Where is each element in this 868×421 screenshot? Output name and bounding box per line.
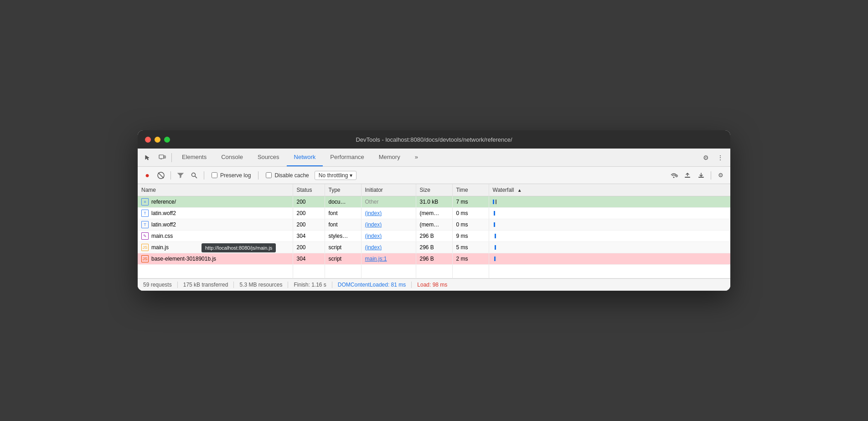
tab-more[interactable]: »: [408, 149, 425, 166]
settings-icon[interactable]: ⚙: [699, 151, 712, 164]
net-divider-1: [170, 171, 171, 180]
finish-time: Finish: 1.16 s: [288, 282, 332, 288]
name-cell[interactable]: JSmain.jshttp://localhost:8080/js/main.j…: [138, 242, 293, 253]
svg-rect-1: [164, 156, 165, 158]
file-type-icon: T: [141, 210, 149, 217]
table-row[interactable]: ≡reference/200docu…Other31.0 kB7 ms: [138, 196, 730, 208]
col-header-initiator[interactable]: Initiator: [361, 184, 416, 196]
request-name: reference/: [151, 199, 176, 205]
net-divider-2: [204, 171, 204, 180]
table-row[interactable]: Tlatin.woff2200font(index)(mem…0 ms: [138, 219, 730, 231]
time-cell: 9 ms: [452, 231, 489, 242]
type-cell: font: [325, 208, 361, 219]
table-row[interactable]: JSmain.jshttp://localhost:8080/js/main.j…: [138, 242, 730, 253]
table-header-row: Name Status Type Initiator Size: [138, 184, 730, 196]
tab-network[interactable]: Network: [287, 149, 323, 166]
record-button[interactable]: ●: [141, 169, 153, 181]
time-cell: 2 ms: [452, 253, 489, 265]
title-bar: DevTools - localhost:8080/docs/devtools/…: [138, 130, 730, 149]
initiator-cell: Other: [361, 196, 416, 208]
filter-icon[interactable]: [175, 169, 186, 181]
file-type-icon: JS: [141, 255, 149, 262]
search-icon[interactable]: [188, 169, 200, 181]
svg-point-5: [192, 173, 196, 176]
table-row[interactable]: ✎main.css304styles…(index)296 B9 ms: [138, 231, 730, 242]
type-cell: font: [325, 219, 361, 231]
network-settings-icon[interactable]: ⚙: [715, 169, 727, 181]
type-cell: styles…: [325, 231, 361, 242]
throttle-dropdown[interactable]: No throttling ▾: [315, 171, 357, 180]
device-icon[interactable]: [156, 151, 169, 164]
toolbar-divider: [171, 153, 172, 162]
cursor-icon[interactable]: [141, 151, 154, 164]
devtools-window: DevTools - localhost:8080/docs/devtools/…: [138, 130, 730, 291]
disable-cache-checkbox[interactable]: [266, 172, 272, 178]
table-row[interactable]: Tlatin.woff2200font(index)(mem…0 ms: [138, 208, 730, 219]
status-bar: 59 requests 175 kB transferred 5.3 MB re…: [138, 278, 730, 291]
network-toolbar: ● Preserve log Disable cach: [138, 167, 730, 184]
disable-cache-label[interactable]: Disable cache: [262, 172, 312, 179]
file-type-icon: ≡: [141, 198, 149, 205]
tab-elements[interactable]: Elements: [175, 149, 214, 166]
svg-point-7: [673, 176, 675, 178]
type-cell: script: [325, 242, 361, 253]
download-icon[interactable]: [695, 169, 707, 181]
size-cell: 31.0 kB: [416, 196, 452, 208]
close-button[interactable]: [145, 137, 151, 143]
tab-sources[interactable]: Sources: [250, 149, 287, 166]
name-cell[interactable]: Tlatin.woff2: [138, 208, 293, 219]
initiator-cell[interactable]: (index): [361, 242, 416, 253]
dom-content-loaded: DOMContentLoaded: 81 ms: [332, 282, 412, 288]
time-cell: 7 ms: [452, 196, 489, 208]
size-cell: (mem…: [416, 219, 452, 231]
upload-icon[interactable]: [682, 169, 693, 181]
request-name: latin.woff2: [151, 210, 176, 216]
waterfall-cell: [489, 231, 730, 242]
tab-performance[interactable]: Performance: [323, 149, 371, 166]
svg-rect-0: [159, 155, 164, 159]
col-header-name[interactable]: Name: [138, 184, 293, 196]
file-type-icon: JS: [141, 244, 149, 251]
preserve-log-label[interactable]: Preserve log: [208, 172, 254, 179]
request-name: main.js: [151, 244, 169, 251]
maximize-button[interactable]: [164, 137, 170, 143]
col-header-status[interactable]: Status: [293, 184, 325, 196]
request-name: base-element-3018901b.js: [151, 256, 216, 262]
col-header-size[interactable]: Size: [416, 184, 452, 196]
name-cell[interactable]: ≡reference/: [138, 196, 293, 208]
size-cell: 296 B: [416, 242, 452, 253]
svg-rect-11: [685, 177, 690, 178]
main-content: Name Status Type Initiator Size: [138, 184, 730, 291]
initiator-cell[interactable]: (index): [361, 219, 416, 231]
svg-line-6: [195, 176, 197, 178]
initiator-cell[interactable]: main.js:1: [361, 253, 416, 265]
size-cell: 296 B: [416, 253, 452, 265]
net-divider-3: [258, 171, 258, 180]
table-row[interactable]: JSbase-element-3018901b.js304scriptmain.…: [138, 253, 730, 265]
col-header-waterfall[interactable]: Waterfall ▲: [489, 184, 730, 196]
status-cell: 200: [293, 208, 325, 219]
tab-console[interactable]: Console: [214, 149, 250, 166]
network-table-container[interactable]: Name Status Type Initiator Size: [138, 184, 730, 278]
name-cell[interactable]: ✎main.css: [138, 231, 293, 242]
size-cell: (mem…: [416, 208, 452, 219]
initiator-cell[interactable]: (index): [361, 208, 416, 219]
data-transferred: 175 kB transferred: [178, 282, 234, 288]
col-header-time[interactable]: Time: [452, 184, 489, 196]
window-title: DevTools - localhost:8080/docs/devtools/…: [356, 136, 512, 143]
name-cell[interactable]: Tlatin.woff2: [138, 219, 293, 231]
wifi-settings-icon[interactable]: [668, 169, 680, 181]
name-cell[interactable]: JSbase-element-3018901b.js: [138, 253, 293, 265]
minimize-button[interactable]: [155, 137, 160, 143]
more-options-icon[interactable]: ⋮: [714, 151, 727, 164]
col-header-type[interactable]: Type: [325, 184, 361, 196]
tab-memory[interactable]: Memory: [372, 149, 408, 166]
toolbar-left: [141, 151, 169, 164]
initiator-cell[interactable]: (index): [361, 231, 416, 242]
preserve-log-checkbox[interactable]: [212, 172, 217, 178]
file-type-icon: T: [141, 221, 149, 228]
waterfall-cell: [489, 253, 730, 265]
size-cell: 296 B: [416, 231, 452, 242]
table-empty-row: [138, 265, 730, 278]
clear-button[interactable]: [155, 169, 167, 181]
